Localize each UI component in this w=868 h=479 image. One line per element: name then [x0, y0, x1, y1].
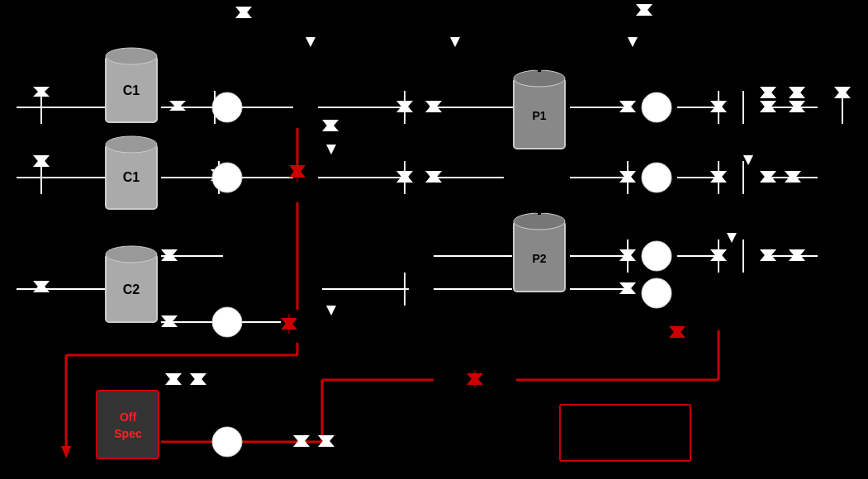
svg-point-66	[514, 70, 565, 87]
tank-c1-top-label: C1	[123, 83, 140, 97]
svg-rect-69	[538, 59, 541, 72]
tank-c1-mid-label: C1	[123, 170, 140, 184]
pump-3	[212, 307, 242, 337]
off-spec-label: Off	[120, 410, 137, 424]
tank-c2-label: C2	[123, 282, 140, 296]
pump-1	[212, 92, 242, 122]
pump-4	[642, 92, 671, 122]
off-spec-label2: Spec	[114, 427, 142, 440]
pump-6	[642, 241, 671, 271]
svg-rect-74	[538, 202, 541, 215]
svg-point-64	[106, 246, 157, 263]
pump-2	[212, 163, 242, 192]
tank-p2-label: P2	[532, 252, 546, 265]
pump-8	[212, 427, 242, 457]
svg-point-60	[106, 48, 157, 64]
svg-point-71	[514, 213, 565, 230]
svg-point-62	[106, 136, 157, 153]
process-flow-diagram: C1 C1 C2 P1 P2 Off Spec	[0, 0, 868, 479]
svg-rect-75	[97, 391, 159, 458]
tank-p1-label: P1	[532, 109, 546, 122]
pump-7	[642, 278, 671, 308]
pump-5	[642, 163, 671, 192]
